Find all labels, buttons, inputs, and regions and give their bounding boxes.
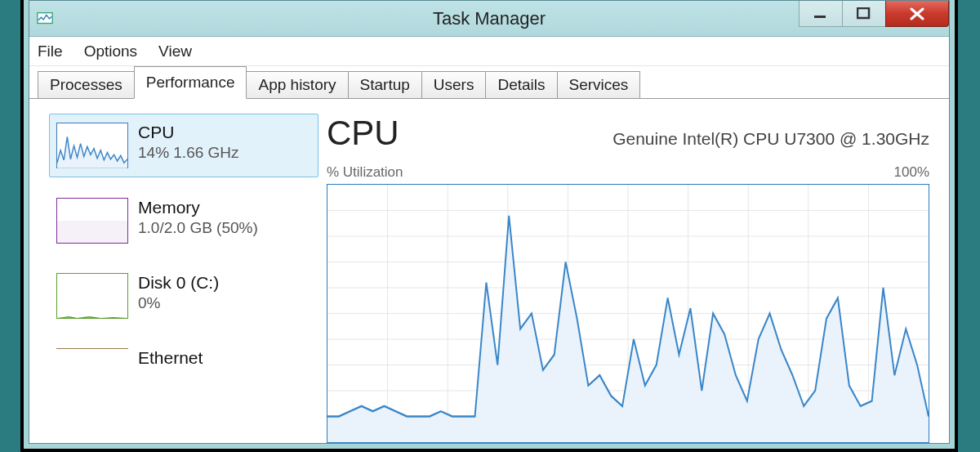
tab-startup[interactable]: Startup — [348, 71, 422, 99]
tab-performance[interactable]: Performance — [134, 66, 247, 99]
sidebar-item-ethernet[interactable]: Ethernet — [49, 339, 318, 377]
minimize-icon — [813, 9, 829, 19]
close-icon — [906, 7, 928, 20]
sidebar-item-memory[interactable]: Memory 1.0/2.0 GB (50%) — [49, 189, 318, 253]
main-panel: CPU Genuine Intel(R) CPU U7300 @ 1.30GHz… — [318, 114, 929, 443]
tab-processes[interactable]: Processes — [38, 71, 135, 99]
close-button[interactable] — [885, 1, 949, 27]
memory-label: Memory — [138, 198, 311, 217]
maximize-button[interactable] — [842, 1, 886, 27]
svg-rect-1 — [814, 16, 826, 18]
window: Task Manager File Options View Processes… — [29, 0, 950, 444]
tab-users[interactable]: Users — [421, 71, 487, 99]
menubar: File Options View — [29, 37, 949, 66]
tab-app-history[interactable]: App history — [246, 71, 348, 99]
cpu-model: Genuine Intel(R) CPU U7300 @ 1.30GHz — [612, 129, 929, 149]
tab-bar: Processes Performance App history Startu… — [29, 66, 949, 99]
menu-view[interactable]: View — [158, 43, 192, 60]
sidebar-item-disk[interactable]: Disk 0 (C:) 0% — [49, 264, 318, 328]
minimize-button[interactable] — [799, 1, 843, 27]
tab-services[interactable]: Services — [557, 71, 641, 99]
menu-file[interactable]: File — [38, 43, 63, 60]
disk-thumbnail — [56, 273, 128, 319]
ethernet-thumbnail — [56, 348, 128, 356]
sidebar-item-cpu[interactable]: CPU 14% 1.66 GHz — [49, 114, 318, 177]
sidebar: CPU 14% 1.66 GHz Memory 1.0/2.0 GB (50%)… — [49, 114, 318, 443]
disk-label: Disk 0 (C:) — [138, 273, 311, 293]
memory-thumbnail — [56, 198, 128, 244]
disk-sub: 0% — [138, 294, 311, 312]
menu-options[interactable]: Options — [84, 43, 137, 60]
app-icon — [36, 10, 54, 28]
cpu-chart — [327, 184, 929, 443]
tab-details[interactable]: Details — [485, 71, 557, 99]
chart-label-right: 100% — [894, 164, 929, 181]
cpu-thumbnail — [56, 123, 128, 168]
svg-rect-2 — [858, 8, 869, 18]
main-title: CPU — [327, 114, 399, 153]
ethernet-label: Ethernet — [138, 348, 311, 368]
titlebar[interactable]: Task Manager — [29, 1, 949, 37]
chart-label-left: % Utilization — [327, 164, 403, 181]
cpu-sub: 14% 1.66 GHz — [138, 144, 311, 162]
cpu-label: CPU — [138, 123, 311, 142]
memory-sub: 1.0/2.0 GB (50%) — [138, 219, 311, 237]
maximize-icon — [857, 7, 871, 20]
